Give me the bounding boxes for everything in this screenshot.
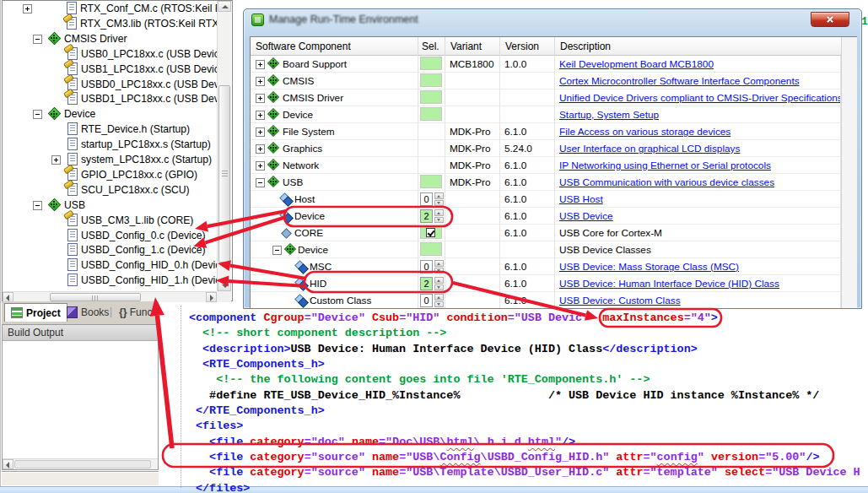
column-header-description[interactable]: Description [555,37,841,56]
tree-item[interactable]: USB_CM3_L.lib (CORE) [4,213,217,228]
spin-down-button[interactable] [434,301,444,308]
component-description-link[interactable]: File Access on various storage devices [559,126,731,138]
instance-count[interactable]: 2 [420,209,433,223]
scroll-left-button[interactable] [3,459,13,469]
component-description-link[interactable]: USB Device: Custom Class [559,295,681,306]
tab-functions[interactable]: {} Funct [113,303,159,322]
component-row[interactable]: Custom Class06.1.0USB Device: Custom Cla… [251,292,856,309]
core-checkbox[interactable] [426,228,435,237]
tree-item[interactable]: USBD0_LPC18xx.c (USB Device: [4,77,217,92]
tree-item[interactable]: USBD_Config_1.c (Device) [4,242,217,257]
component-description-link[interactable]: Cortex Microcontroller Software Interfac… [559,75,800,87]
component-row[interactable]: GraphicsMDK-Pro5.24.0User Interface on g… [251,140,856,157]
component-description-link[interactable]: USB Device [559,210,613,222]
expander-icon[interactable] [33,35,42,44]
component-description-link[interactable]: Unified Device Drivers compliant to CMSI… [559,92,841,104]
component-row[interactable]: Board SupportMCB18001.0.0Keil Developmen… [251,56,856,73]
tree-item[interactable]: USBD_Config_HID_0.h (Device: [4,257,217,273]
instance-stepper [434,209,444,223]
spin-up-button[interactable] [434,277,444,284]
tab-books[interactable]: Books [61,303,115,322]
expander-icon[interactable] [256,161,265,171]
spin-down-button[interactable] [434,268,444,274]
component-row[interactable]: USBMDK-Pro6.1.0USB Communication with va… [251,174,856,191]
expander-icon[interactable] [256,60,265,69]
name-cell: USB [251,174,418,191]
build-output-content[interactable] [3,341,158,458]
spin-up-button[interactable] [434,260,444,267]
component-description-link[interactable]: User Interface on graphical LCD displays [559,143,740,154]
expander-icon[interactable] [33,110,42,119]
component-description-link[interactable]: Keil Development Board MCB1800 [559,58,714,70]
component-row[interactable]: MSC06.1.0USB Device: Mass Storage Class … [251,258,856,275]
tree-item[interactable]: CMSIS Driver [4,31,217,46]
component-row[interactable]: File SystemMDK-Pro6.1.0File Access on va… [251,123,856,140]
component-description-link[interactable]: USB Device: Human Interface Device (HID)… [559,278,779,290]
component-description-link[interactable]: Startup, System Setup [559,109,659,121]
expander-icon[interactable] [272,246,282,255]
component-row[interactable]: Device26.1.0USB Device [251,208,856,225]
instance-count[interactable]: 0 [420,260,433,274]
tree-item[interactable]: USB [4,198,217,213]
scroll-down-button[interactable] [218,280,231,291]
expander-icon[interactable] [256,94,265,103]
tree-vscroll-thumb[interactable] [218,85,230,263]
expander-icon[interactable] [256,144,265,154]
component-row[interactable]: CMSISCortex Microcontroller Software Int… [251,73,856,89]
expander-icon[interactable] [256,127,265,137]
spin-down-button[interactable] [434,217,444,224]
tree-item[interactable]: GPIO_LPC18xx.c (GPIO) [4,167,217,182]
tree-item[interactable]: USBD_Config_HID_1.h (Device: [4,273,217,288]
component-row[interactable]: NetworkMDK-Pro6.1.0IP Networking using E… [251,157,856,174]
name-cell: Network [251,157,418,174]
expander-icon[interactable] [256,111,265,120]
spin-down-button[interactable] [434,200,444,207]
instance-count[interactable]: 2 [420,277,433,290]
scroll-up-button[interactable] [218,1,231,12]
column-header-version[interactable]: Version [500,37,555,56]
tree-item[interactable]: USB1_LPC18xx.c (USB Device:U [4,62,217,77]
tree-item[interactable]: USBD1_LPC18xx.c (USB Device: [4,91,217,106]
tree-item[interactable]: RTE_Device.h (Startup) [4,122,217,137]
expander-icon[interactable] [23,4,32,14]
close-button[interactable] [811,12,849,27]
tree-item[interactable]: USBD_Config_0.c (Device) [4,228,217,243]
spin-up-button[interactable] [434,192,444,199]
component-row[interactable]: CMSIS DriverUnified Device Drivers compl… [251,89,856,106]
tab-project[interactable]: Project [4,303,67,322]
expander-icon[interactable] [51,155,61,165]
tree-hscroll-thumb[interactable] [50,293,141,301]
component-row[interactable]: DeviceUSB Device Classes [251,241,856,258]
component-row[interactable]: Host06.1.0USB Host [251,191,856,208]
spin-down-button[interactable] [434,284,444,291]
tree-vertical-scrollbar[interactable] [217,1,231,291]
tree-item[interactable]: USB0_LPC18xx.c (USB Device:U [4,46,217,62]
component-row[interactable]: DeviceStartup, System Setup [251,106,856,123]
tree-item[interactable]: RTX_Conf_CM.c (RTOS:Keil RT [4,1,217,16]
tree-item[interactable]: Device [4,106,217,122]
instance-count[interactable]: 0 [420,294,433,307]
build-output-scroll-thumb[interactable] [14,460,151,469]
column-header-variant[interactable]: Variant [445,37,500,56]
tree-item[interactable]: RTX_CM3.lib (RTOS:Keil RTX) [4,16,217,31]
expander-icon[interactable] [256,178,265,187]
variant-cell [445,241,500,258]
column-header-software-component[interactable]: Software Component [251,37,418,56]
component-row[interactable]: CORE6.1.0USB Core for Cortex-M [251,225,856,241]
spin-up-button[interactable] [434,294,444,301]
expander-icon[interactable] [33,201,42,210]
tree-item[interactable]: startup_LPC18xx.s (Startup) [4,137,217,152]
scroll-right-button[interactable] [206,292,217,302]
build-output-scrollbar[interactable] [3,458,158,469]
component-description-link[interactable]: USB Device: Mass Storage Class (MSC) [559,261,739,273]
instance-count[interactable]: 0 [420,192,433,206]
tree-item[interactable]: system_LPC18xx.c (Startup) [4,152,217,167]
spin-up-button[interactable] [434,209,444,216]
component-description-link[interactable]: IP Networking using Ethernet or Serial p… [559,160,771,171]
column-header-sel[interactable]: Sel. [418,37,445,56]
tree-item[interactable]: SCU_LPC18xx.c (SCU) [4,182,217,198]
expander-icon[interactable] [256,77,265,86]
component-description-link[interactable]: USB Host [559,193,603,205]
component-description-link[interactable]: USB Communication with various device cl… [559,176,774,188]
component-row[interactable]: HID26.1.0USB Device: Human Interface Dev… [251,275,856,292]
